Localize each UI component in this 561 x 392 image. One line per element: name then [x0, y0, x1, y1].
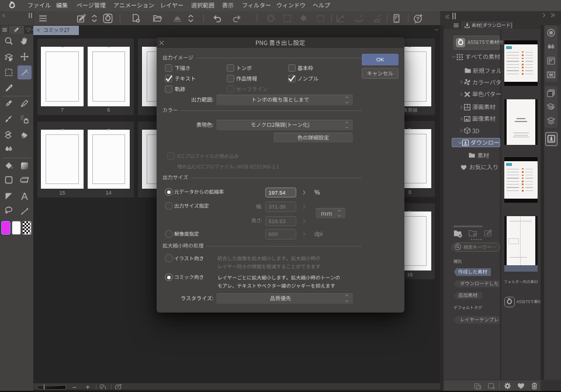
svg-text:?: ?	[416, 15, 420, 21]
svg-text:?: ?	[116, 385, 119, 389]
